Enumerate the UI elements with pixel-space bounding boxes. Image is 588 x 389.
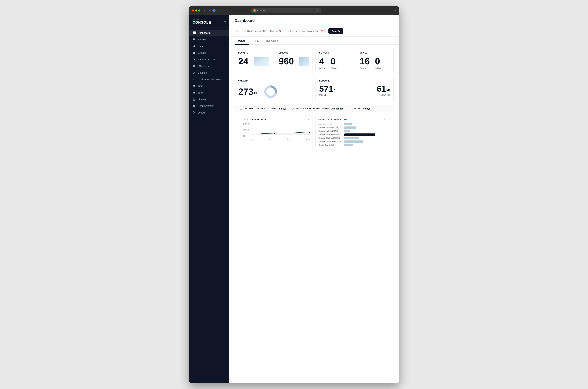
svg-point-9	[194, 72, 195, 73]
servers-online: 4 Online	[319, 57, 325, 70]
stat-card-network: NETWORK 571 B Upload	[316, 76, 394, 102]
dist-bar-container-4	[344, 133, 385, 136]
tab-usage[interactable]: Usage	[235, 37, 249, 45]
uptime-value: 5 days	[363, 107, 370, 110]
activity-bar: ⊞ TIME SINCE LAST HEAL ACTIVITY: 5 days …	[235, 105, 394, 112]
capacity-label: CAPACITY	[238, 80, 309, 82]
heal-icon: ⊞	[240, 107, 242, 110]
capacity-content: 273 GB	[238, 85, 309, 99]
sidebar-item-dashboard[interactable]: Dashboard	[189, 30, 229, 36]
start-time-group: ○ Start Time: 📅	[243, 29, 283, 33]
objects-label: OBJECTS	[279, 52, 309, 54]
main-content: Dashboard Filter: ○ Start Time: 📅 ○ End …	[229, 15, 399, 383]
heal-label: TIME SINCE LAST HEAL ACTIVITY:	[243, 108, 277, 110]
sidebar-item-users[interactable]: Users	[189, 43, 229, 50]
svg-rect-1	[194, 32, 196, 33]
add-tab-icon[interactable]: +	[394, 9, 396, 12]
x-label-1: 9:48	[251, 138, 254, 140]
sidebar-item-tiers[interactable]: Tiers	[189, 83, 229, 89]
dist-row-3: Between 1MB and 10MB	[319, 130, 385, 132]
y-label-mid: 140 GB	[243, 129, 249, 131]
favicon-icon: 🔑	[253, 9, 256, 12]
sidebar-item-notification-endpoints[interactable]: λ Notification Endpoints	[189, 76, 229, 83]
address-bar[interactable]: 🔑 localhost ⊙	[251, 8, 321, 13]
dist-bar-5	[344, 137, 359, 139]
stat-card-capacity: CAPACITY 273 GB	[235, 76, 313, 102]
sync-label: Sync	[332, 30, 337, 32]
calendar-icon-start[interactable]: 📅	[279, 30, 281, 32]
share-icon[interactable]: ⬆	[391, 9, 393, 12]
stats-row-2: CAPACITY 273 GB	[235, 76, 394, 102]
sidebar-item-tools[interactable]: Tools	[189, 89, 229, 96]
stat-card-drives: DRIVES 16 Online 0 Offline	[356, 48, 394, 73]
capacity-value: 273	[238, 87, 253, 96]
sidebar-item-license[interactable]: License	[189, 96, 229, 103]
sidebar-item-settings[interactable]: Settings	[189, 69, 229, 76]
scan-label: TIME SINCE LAST SCAN ACTIVITY:	[295, 108, 329, 110]
clock-icon-end: ○	[288, 30, 289, 32]
network-content: 571 B Upload 61 KB Download	[319, 85, 390, 96]
expand-dist-icon[interactable]: ⤡	[383, 118, 385, 121]
shield-icon	[193, 65, 196, 68]
minimize-button[interactable]	[195, 9, 197, 12]
dist-row-2: Between 1024B and 1MB	[319, 127, 385, 129]
dist-bar-3	[344, 130, 350, 132]
dist-bar-1	[344, 123, 352, 126]
objects-chart	[299, 57, 309, 66]
dist-row-5: Between 64MB and 128MB	[319, 137, 385, 139]
buckets-chart	[254, 57, 269, 66]
dist-bar-container-3	[344, 130, 385, 132]
sidebar-item-documentation[interactable]: Documentation	[189, 103, 229, 109]
buckets-label: BUCKETS	[238, 52, 269, 54]
browser-window: ⊡ ‹ i 🔑 localhost ⊙ ⬆ + MIN IO CONSOLE ◀	[189, 6, 399, 383]
servers-online-label: Online	[319, 67, 325, 70]
browser-chrome: ⊡ ‹ i 🔑 localhost ⊙ ⬆ +	[189, 6, 399, 15]
svg-marker-11	[193, 85, 195, 86]
download-label: Download	[377, 94, 390, 96]
tabs-bar: Usage Traffic Resources	[229, 37, 399, 45]
sidebar-item-buckets[interactable]: Buckets	[189, 36, 229, 43]
back-button[interactable]: ‹	[208, 9, 211, 12]
tab-resources[interactable]: Resources	[263, 37, 281, 45]
sidebar-item-groups[interactable]: Groups	[189, 50, 229, 56]
logo-mini: MIN IO	[193, 18, 211, 20]
window-toggle[interactable]: ⊡	[203, 9, 206, 12]
end-time-input[interactable]	[301, 30, 320, 32]
drives-online-label: Online	[360, 67, 370, 70]
dist-label-6: Between 128MB and 512MB	[319, 141, 343, 143]
tab-traffic[interactable]: Traffic	[249, 37, 263, 45]
chart-object-dist: OBJECT SIZE DISTRIBUTION ⤡ Less than 102…	[316, 115, 388, 149]
svg-text:λ: λ	[193, 78, 194, 81]
bucket-icon	[193, 38, 196, 41]
nav-label-notification-endpoints: Notification Endpoints	[198, 78, 221, 81]
maximize-button[interactable]	[198, 9, 200, 12]
dist-label-4: Between 10MB and 64MB	[319, 134, 343, 135]
dist-bar-7	[344, 144, 353, 146]
heal-value: 5 days	[279, 107, 286, 110]
sidebar-item-iam-policies[interactable]: IAM Policies	[189, 63, 229, 69]
logout-icon	[193, 111, 196, 114]
expand-usage-icon[interactable]: ⤡	[308, 118, 310, 121]
profile-icon[interactable]: i	[212, 9, 215, 12]
sync-button[interactable]: Sync ↻	[328, 28, 343, 34]
servers-offline: 0 Offline	[330, 57, 336, 70]
download-value: 61	[377, 85, 386, 93]
filter-label: Filter:	[235, 30, 240, 32]
close-button[interactable]	[192, 9, 194, 12]
nav-label-users: Users	[198, 45, 204, 48]
drives-online: 16 Online	[360, 57, 370, 70]
charts-row: DATA USAGE GROWTH ⤡ 263 GB 140 GB 0 B	[235, 112, 394, 152]
nav-label-groups: Groups	[198, 51, 206, 54]
calendar-icon-end[interactable]: 📅	[321, 30, 324, 32]
scan-icon: ⊙	[292, 107, 294, 110]
book-icon	[193, 104, 196, 108]
drives-offline-label: Offline	[375, 67, 381, 70]
line-chart-area: 263 GB 140 GB 0 B	[243, 123, 310, 140]
drives-label: DRIVES	[360, 52, 390, 54]
sidebar-item-service-accounts[interactable]: Service Accounts	[189, 56, 229, 63]
sidebar-collapse-button[interactable]: ◀	[224, 20, 226, 23]
grid-icon	[193, 31, 196, 34]
start-time-input[interactable]	[259, 30, 278, 32]
nav-label-license: License	[198, 98, 206, 101]
sidebar-item-logout[interactable]: Logout	[189, 109, 229, 116]
